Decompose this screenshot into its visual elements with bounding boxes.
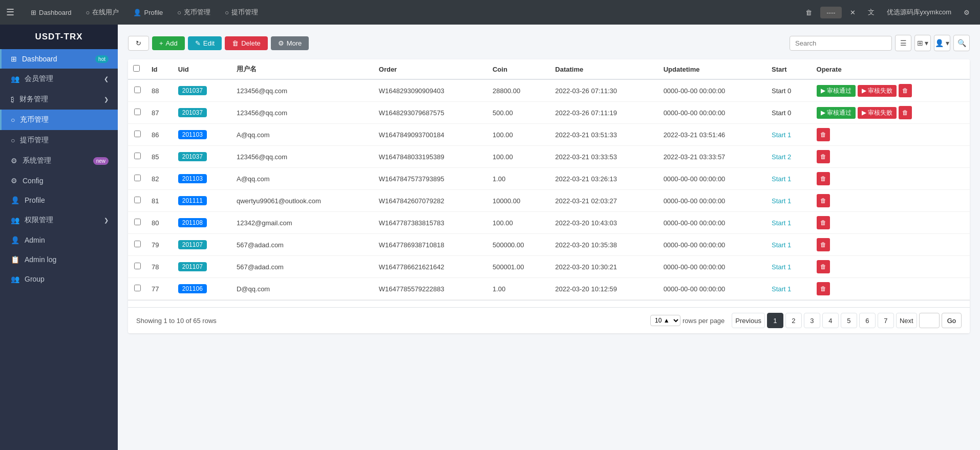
sidebar-item-admin[interactable]: 👤 Admin bbox=[0, 230, 118, 250]
top-nav-charge[interactable]: ○ 充币管理 bbox=[171, 5, 217, 20]
row-checkbox[interactable] bbox=[134, 263, 141, 269]
delete-row-button[interactable]: 🗑 bbox=[817, 216, 830, 229]
delete-row-button[interactable]: 🗑 bbox=[899, 84, 912, 97]
go-page-input[interactable] bbox=[919, 313, 940, 328]
view-list-button[interactable]: ☰ bbox=[895, 35, 911, 51]
edit-button[interactable]: ✎ Edit bbox=[188, 36, 222, 50]
next-button[interactable]: Next bbox=[896, 313, 917, 328]
cell-start[interactable]: Start 1 bbox=[766, 190, 812, 212]
close-icon[interactable]: ✕ bbox=[846, 7, 860, 18]
cell-start[interactable]: Start 1 bbox=[766, 124, 812, 146]
delete-row-button[interactable]: 🗑 bbox=[899, 106, 912, 119]
cell-start[interactable]: Start 0 bbox=[766, 79, 812, 102]
page-5-button[interactable]: 5 bbox=[841, 313, 857, 328]
start-link[interactable]: Start 1 bbox=[772, 131, 791, 139]
trash-icon[interactable]: 🗑 bbox=[801, 7, 816, 18]
menu-toggle-icon[interactable]: ☰ bbox=[6, 7, 14, 18]
table-scroll-bar[interactable] bbox=[128, 300, 970, 307]
reject-button[interactable]: ▶ 审核失败 bbox=[858, 107, 897, 119]
page-7-button[interactable]: 7 bbox=[878, 313, 894, 328]
page-3-button[interactable]: 3 bbox=[804, 313, 820, 328]
start-link[interactable]: Start 1 bbox=[772, 263, 791, 271]
refresh-button[interactable]: ↻ bbox=[128, 36, 149, 51]
cell-start[interactable]: Start 1 bbox=[766, 212, 812, 234]
row-checkbox[interactable] bbox=[134, 219, 141, 225]
user-search-area[interactable]: ---- bbox=[820, 7, 841, 18]
cell-start[interactable]: Start 1 bbox=[766, 168, 812, 190]
site-link[interactable]: 优选源码库yxymkcom bbox=[883, 6, 955, 19]
row-checkbox[interactable] bbox=[134, 175, 141, 181]
table-body: 88 201037 123456@qq.com W164829309090940… bbox=[128, 79, 970, 300]
uid-badge: 201107 bbox=[178, 240, 207, 249]
cell-start[interactable]: Start 1 bbox=[766, 234, 812, 256]
per-page-select[interactable]: 10 ▲ 25 50 100 bbox=[650, 315, 680, 326]
start-link[interactable]: Start 1 bbox=[772, 285, 791, 293]
select-all-checkbox[interactable] bbox=[133, 65, 140, 72]
row-checkbox[interactable] bbox=[134, 285, 141, 291]
sidebar-item-config[interactable]: ⚙ Config bbox=[0, 171, 118, 190]
top-nav-online-users[interactable]: ○ 在线用户 bbox=[80, 5, 125, 20]
row-checkbox[interactable] bbox=[134, 153, 141, 159]
sidebar-item-group[interactable]: 👥 Group bbox=[0, 269, 118, 289]
start-link[interactable]: Start 1 bbox=[772, 175, 791, 183]
approve-button[interactable]: ▶ 审核通过 bbox=[817, 107, 856, 119]
delete-button[interactable]: 🗑 Delete bbox=[225, 36, 268, 50]
sidebar-item-permissions[interactable]: 👥 权限管理 ❯ bbox=[0, 210, 118, 230]
row-checkbox[interactable] bbox=[134, 109, 141, 115]
row-checkbox[interactable] bbox=[134, 87, 141, 93]
trash-row-icon: 🗑 bbox=[820, 219, 826, 226]
sidebar-item-admin-log[interactable]: 📋 Admin log bbox=[0, 250, 118, 269]
user-filter-button[interactable]: 👤 ▾ bbox=[934, 35, 950, 51]
page-2-button[interactable]: 2 bbox=[785, 313, 802, 328]
start-link[interactable]: Start 1 bbox=[772, 197, 791, 205]
start-link[interactable]: Start 2 bbox=[772, 153, 791, 161]
select-all-col bbox=[128, 59, 146, 79]
add-button[interactable]: + Add bbox=[152, 36, 185, 50]
reject-button[interactable]: ▶ 审核失败 bbox=[858, 85, 897, 97]
sidebar-item-withdraw[interactable]: ○ 提币管理 bbox=[0, 130, 118, 151]
top-nav-dashboard[interactable]: ⊞ Dashboard bbox=[25, 6, 78, 19]
search-input[interactable] bbox=[790, 36, 892, 51]
page-4-button[interactable]: 4 bbox=[822, 313, 839, 328]
sidebar-item-dashboard[interactable]: ⊞ Dashboard hot bbox=[0, 49, 118, 69]
start-link[interactable]: Start 1 bbox=[772, 219, 791, 227]
delete-row-button[interactable]: 🗑 bbox=[817, 172, 830, 185]
row-checkbox[interactable] bbox=[134, 197, 141, 203]
prev-button[interactable]: Previous bbox=[732, 313, 765, 328]
delete-row-button[interactable]: 🗑 bbox=[817, 194, 830, 207]
delete-row-button[interactable]: 🗑 bbox=[817, 150, 830, 163]
delete-row-button[interactable]: 🗑 bbox=[817, 128, 830, 141]
approve-button[interactable]: ▶ 审核通过 bbox=[817, 85, 856, 97]
play-icon: ▶ bbox=[862, 109, 866, 116]
page-6-button[interactable]: 6 bbox=[859, 313, 876, 328]
delete-row-button[interactable]: 🗑 bbox=[817, 238, 830, 251]
withdraw-nav-icon: ○ bbox=[225, 9, 229, 16]
cell-start[interactable]: Start 0 bbox=[766, 102, 812, 124]
start-link[interactable]: Start 0 bbox=[772, 87, 791, 95]
top-nav-withdraw[interactable]: ○ 提币管理 bbox=[219, 5, 264, 20]
view-grid-button[interactable]: ⊞ ▾ bbox=[914, 35, 931, 51]
more-button[interactable]: ⚙ More bbox=[271, 36, 309, 50]
delete-row-button[interactable]: 🗑 bbox=[817, 260, 830, 273]
permissions-expand-icon: ❯ bbox=[104, 217, 109, 224]
table-row: 87 201037 123456@qq.com W164829307968757… bbox=[128, 102, 970, 124]
page-1-button[interactable]: 1 bbox=[767, 313, 783, 328]
row-checkbox[interactable] bbox=[134, 241, 141, 247]
start-link[interactable]: Start 1 bbox=[772, 241, 791, 249]
go-button[interactable]: Go bbox=[942, 313, 962, 328]
cell-start[interactable]: Start 2 bbox=[766, 146, 812, 168]
sidebar-item-profile[interactable]: 👤 Profile bbox=[0, 190, 118, 210]
top-nav-profile[interactable]: 👤 Profile bbox=[127, 6, 169, 19]
row-checkbox[interactable] bbox=[134, 131, 141, 137]
cell-start[interactable]: Start 1 bbox=[766, 256, 812, 278]
sidebar-item-charge[interactable]: ○ 充币管理 bbox=[0, 110, 118, 130]
start-link[interactable]: Start 0 bbox=[772, 109, 791, 117]
sidebar-item-system[interactable]: ⚙ 系统管理 new bbox=[0, 151, 118, 171]
sidebar-item-finance[interactable]: ₿ 财务管理 ❯ bbox=[0, 89, 118, 110]
translate-icon[interactable]: 文 bbox=[864, 6, 879, 19]
cell-start[interactable]: Start 1 bbox=[766, 278, 812, 300]
delete-row-button[interactable]: 🗑 bbox=[817, 282, 830, 295]
sidebar-item-member[interactable]: 👥 会员管理 ❮ bbox=[0, 69, 118, 89]
settings-icon[interactable]: ⚙ bbox=[960, 7, 974, 18]
search-button[interactable]: 🔍 bbox=[953, 35, 970, 51]
